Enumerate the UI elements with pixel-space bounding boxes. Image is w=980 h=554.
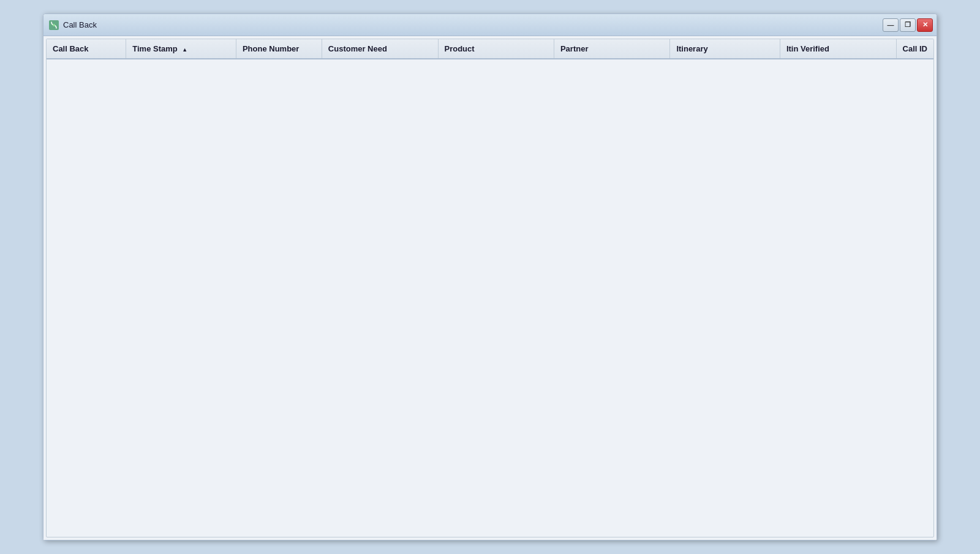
- minimize-button[interactable]: —: [883, 18, 899, 32]
- window-content: Call Back Time Stamp ▲ Phone Number Cust…: [43, 36, 937, 540]
- col-header-itinerary[interactable]: Itinerary: [670, 39, 780, 59]
- window-controls: — ❐ ✕: [883, 18, 933, 32]
- col-header-product[interactable]: Product: [438, 39, 554, 59]
- callback-table: Call Back Time Stamp ▲ Phone Number Cust…: [47, 39, 933, 59]
- restore-button[interactable]: ❐: [900, 18, 916, 32]
- col-header-call-id[interactable]: Call ID: [896, 39, 933, 59]
- col-header-phone[interactable]: Phone Number: [236, 39, 322, 59]
- close-button[interactable]: ✕: [917, 18, 933, 32]
- col-header-callback[interactable]: Call Back: [47, 39, 126, 59]
- col-header-customer-need[interactable]: Customer Need: [322, 39, 438, 59]
- svg-point-1: [53, 24, 55, 26]
- window-title: Call Back: [63, 20, 97, 29]
- title-bar: Call Back — ❐ ✕: [43, 14, 937, 36]
- header-row: Call Back Time Stamp ▲ Phone Number Cust…: [47, 39, 933, 59]
- title-bar-left: Call Back: [48, 20, 97, 31]
- table-container[interactable]: Call Back Time Stamp ▲ Phone Number Cust…: [46, 39, 934, 537]
- col-header-partner[interactable]: Partner: [554, 39, 669, 59]
- main-window: Call Back — ❐ ✕ Call Back Time Stamp ▲: [43, 13, 937, 541]
- phone-icon: [48, 20, 59, 31]
- sort-indicator: ▲: [182, 47, 187, 53]
- col-header-timestamp[interactable]: Time Stamp ▲: [126, 39, 236, 59]
- col-header-itin-verified[interactable]: Itin Verified: [780, 39, 896, 59]
- table-header: Call Back Time Stamp ▲ Phone Number Cust…: [47, 39, 933, 59]
